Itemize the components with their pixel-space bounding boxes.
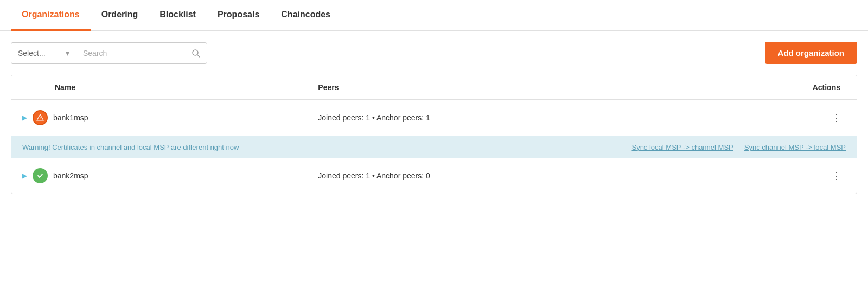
table-header-row: Name Peers Actions — [11, 75, 857, 100]
svg-text:!: ! — [40, 116, 41, 120]
filter-select[interactable]: Select... ▾ — [11, 42, 76, 64]
status-success-icon — [33, 168, 48, 183]
sync-channel-to-local-link[interactable]: Sync channel MSP -> local MSP — [744, 143, 846, 151]
nav-tabs: Organizations Ordering Blocklist Proposa… — [0, 0, 868, 31]
tab-organizations[interactable]: Organizations — [11, 0, 91, 31]
peers-cell: Joined peers: 1 • Anchor peers: 1 — [307, 100, 603, 136]
organizations-table: Name Peers Actions ▶ ! — [11, 75, 857, 194]
col-header-name: Name — [11, 75, 307, 100]
tab-proposals[interactable]: Proposals — [207, 0, 270, 31]
name-cell: ▶ bank2msp — [11, 158, 307, 194]
search-icon — [192, 49, 200, 58]
expand-arrow-icon[interactable]: ▶ — [22, 114, 27, 122]
chevron-down-icon: ▾ — [66, 49, 69, 58]
toolbar-left: Select... ▾ — [11, 42, 207, 64]
tab-ordering[interactable]: Ordering — [91, 0, 149, 31]
sync-local-to-channel-link[interactable]: Sync local MSP -> channel MSP — [631, 143, 733, 151]
status-warning-icon: ! — [33, 110, 48, 125]
org-name: bank1msp — [53, 113, 88, 122]
name-cell: ▶ ! bank1msp — [11, 100, 307, 136]
expand-arrow-icon[interactable]: ▶ — [22, 172, 27, 180]
toolbar: Select... ▾ Add organization — [0, 31, 868, 75]
svg-line-1 — [197, 55, 200, 57]
tab-blocklist[interactable]: Blocklist — [149, 0, 207, 31]
select-placeholder: Select... — [18, 49, 46, 58]
warning-actions-cell: Sync local MSP -> channel MSP Sync chann… — [307, 136, 857, 158]
warning-message: Warning! Certificates in channel and loc… — [22, 143, 239, 151]
actions-cell: ⋮ — [603, 100, 857, 136]
actions-cell: ⋮ — [603, 158, 857, 194]
col-header-peers: Peers — [307, 75, 603, 100]
table-row: ▶ bank2msp Joined peers: 1 • Anchor peer… — [11, 158, 857, 194]
kebab-menu-button[interactable]: ⋮ — [827, 168, 846, 184]
table-row: ▶ ! bank1msp Joined peers: 1 • Anchor pe… — [11, 100, 857, 136]
search-input[interactable] — [83, 49, 192, 58]
search-box — [76, 42, 207, 64]
warning-text-cell: Warning! Certificates in channel and loc… — [11, 136, 307, 158]
search-button[interactable] — [192, 49, 200, 58]
warning-row: Warning! Certificates in channel and loc… — [11, 136, 857, 158]
col-header-actions: Actions — [603, 75, 857, 100]
peers-cell: Joined peers: 1 • Anchor peers: 0 — [307, 158, 603, 194]
add-organization-button[interactable]: Add organization — [765, 42, 858, 64]
org-name: bank2msp — [53, 171, 88, 180]
kebab-menu-button[interactable]: ⋮ — [827, 110, 846, 126]
tab-chaincodes[interactable]: Chaincodes — [270, 0, 341, 31]
